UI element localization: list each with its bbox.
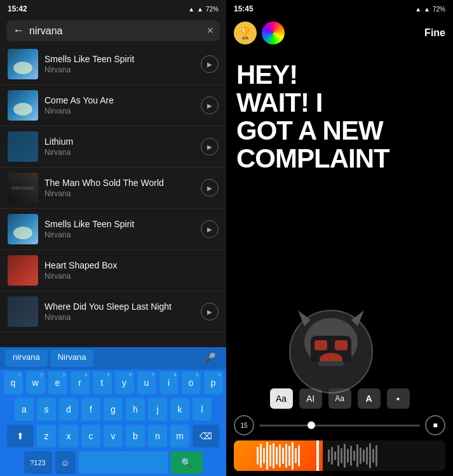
song-artist-5: Nirvana <box>44 272 219 281</box>
art-inner-3: NIRVANA <box>8 173 38 203</box>
top-icons: 🏆 <box>234 22 285 44</box>
wave-bar <box>295 448 297 463</box>
fine-label[interactable]: Fine <box>424 27 445 39</box>
progress-thumb <box>308 421 315 429</box>
time-left: 15:42 <box>8 4 27 13</box>
song-item-6[interactable]: Where Did You Sleep Last Night Nirvana ▶ <box>0 291 226 333</box>
album-art-3: NIRVANA <box>8 173 38 203</box>
wave-bars-inactive <box>328 440 377 471</box>
key-x[interactable]: x <box>59 425 78 447</box>
wave-bar <box>369 443 371 469</box>
key-d[interactable]: d <box>59 398 78 421</box>
key-y[interactable]: y6 <box>115 371 134 394</box>
key-123[interactable]: ?123 <box>24 451 52 474</box>
play-button-3[interactable]: ▶ <box>201 179 219 197</box>
key-g[interactable]: g <box>104 398 123 421</box>
text-style-block-label: ▪ <box>396 393 400 404</box>
wave-bar <box>353 451 355 461</box>
play-button-2[interactable]: ▶ <box>201 138 219 155</box>
story-content: HEY!WAIT! IGOT A NEWCOMPLAINT <box>226 48 453 383</box>
waveform[interactable] <box>234 440 445 471</box>
key-f[interactable]: f <box>81 398 100 421</box>
key-b[interactable]: b <box>126 425 145 447</box>
search-input[interactable]: nirvana <box>29 25 201 37</box>
song-title-4: Smells Like Teen Spirit <box>44 219 194 229</box>
wave-bar <box>298 445 300 466</box>
shift-key[interactable]: ⬆ <box>7 425 34 447</box>
text-style-serif-label: Aa <box>276 393 287 404</box>
back-button[interactable]: ← <box>13 24 24 37</box>
signal-icon-right: ▲ <box>415 6 421 13</box>
key-j[interactable]: j <box>148 398 167 421</box>
trophy-icon[interactable]: 🏆 <box>234 22 257 44</box>
suggestion-1[interactable]: Nirvana <box>50 350 94 367</box>
key-row-3: ⬆ z x c v b n m ⌫ <box>0 423 226 449</box>
song-item-4[interactable]: Smells Like Teen Spirit Nirvana ▶ <box>0 209 226 250</box>
key-w[interactable]: w2 <box>26 371 45 394</box>
play-button-6[interactable]: ▶ <box>201 303 219 321</box>
search-bar[interactable]: ← nirvana × <box>6 20 220 41</box>
emoji-key[interactable]: ☺ <box>55 451 76 474</box>
album-art-2 <box>8 131 38 162</box>
play-button-4[interactable]: ▶ <box>201 220 219 238</box>
wave-bar <box>356 444 358 467</box>
status-bar-left: 15:42 ▲ ▲ 72% <box>0 0 226 18</box>
svg-rect-6 <box>335 340 348 350</box>
song-item-2[interactable]: Lithium Nirvana ▶ <box>0 126 226 168</box>
key-m[interactable]: m <box>170 425 189 447</box>
song-item-5[interactable]: Heart Shaped Box Nirvana <box>0 250 226 291</box>
play-button-1[interactable]: ▶ <box>201 96 219 114</box>
search-enter-key[interactable]: 🔍 <box>171 451 203 474</box>
key-p[interactable]: p0 <box>204 371 223 394</box>
song-item-0[interactable]: Smells Like Teen Spirit Nirvana ▶ <box>0 44 226 85</box>
wave-bar <box>337 445 339 466</box>
play-button-0[interactable]: ▶ <box>201 55 219 73</box>
key-q[interactable]: q1 <box>4 371 23 394</box>
svg-rect-5 <box>314 340 327 350</box>
key-u[interactable]: u7 <box>137 371 156 394</box>
album-art-6 <box>8 296 38 327</box>
key-l[interactable]: l <box>193 398 212 421</box>
key-e[interactable]: e3 <box>48 371 67 394</box>
text-style-block[interactable]: ▪ <box>387 388 410 409</box>
battery-left: 72% <box>206 6 219 13</box>
progress-track[interactable] <box>259 425 420 426</box>
stop-button[interactable]: ■ <box>425 415 445 435</box>
key-c[interactable]: c <box>81 425 100 447</box>
wave-bar <box>360 447 362 464</box>
clear-search-button[interactable]: × <box>206 24 213 37</box>
key-v[interactable]: v <box>104 425 123 447</box>
wave-bar <box>282 447 284 464</box>
wave-bar <box>375 445 377 466</box>
space-key[interactable] <box>79 451 168 474</box>
delete-key[interactable]: ⌫ <box>193 425 219 447</box>
wave-bar <box>334 451 336 460</box>
song-item-3[interactable]: NIRVANA The Man Who Sold The World Nirva… <box>0 168 226 209</box>
wave-bars-active <box>257 440 300 471</box>
key-s[interactable]: s <box>37 398 56 421</box>
key-i[interactable]: i8 <box>159 371 179 394</box>
key-n[interactable]: n <box>148 425 167 447</box>
key-a[interactable]: a <box>15 398 34 421</box>
song-title-2: Lithium <box>44 136 194 147</box>
suggestion-0[interactable]: nirvana <box>5 350 48 367</box>
key-r[interactable]: r4 <box>71 371 90 394</box>
song-item-1[interactable]: Come As You Are Nirvana ▶ <box>0 85 226 126</box>
mic-icon[interactable]: 🎤 <box>198 350 221 367</box>
key-row-2: a s d f g h j k l <box>0 396 226 423</box>
wave-bar <box>372 449 374 463</box>
key-row-bottom: ?123 ☺ 🔍 <box>0 449 226 476</box>
song-title-3: The Man Who Sold The World <box>44 178 194 188</box>
key-h[interactable]: h <box>126 398 145 421</box>
key-z[interactable]: z <box>37 425 56 447</box>
time-right: 15:45 <box>234 4 254 13</box>
song-info-3: The Man Who Sold The World Nirvana <box>44 178 194 198</box>
color-circle-icon[interactable] <box>262 22 285 44</box>
waveform-border <box>316 440 319 471</box>
top-bar-right: 🏆 Fine <box>226 18 453 48</box>
key-o[interactable]: o9 <box>182 371 201 394</box>
song-artist-3: Nirvana <box>44 189 194 198</box>
key-t[interactable]: t5 <box>93 371 112 394</box>
waveform-active-region <box>234 440 323 471</box>
key-k[interactable]: k <box>170 398 189 421</box>
